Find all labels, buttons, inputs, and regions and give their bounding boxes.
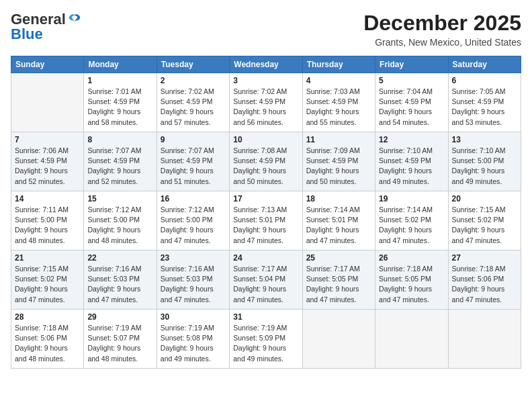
day-number: 21 <box>15 253 80 263</box>
day-info: Sunrise: 7:14 AMSunset: 5:02 PMDaylight:… <box>379 205 444 246</box>
calendar-cell <box>448 310 521 369</box>
day-number: 7 <box>15 135 80 144</box>
calendar-cell: 1Sunrise: 7:01 AMSunset: 4:59 PMDaylight… <box>84 73 157 132</box>
calendar-cell: 21Sunrise: 7:15 AMSunset: 5:02 PMDayligh… <box>11 250 84 310</box>
calendar-cell: 30Sunrise: 7:19 AMSunset: 5:08 PMDayligh… <box>157 310 229 369</box>
day-number: 6 <box>452 76 517 85</box>
header-thursday: Thursday <box>302 56 375 73</box>
day-number: 8 <box>87 135 152 144</box>
day-info: Sunrise: 7:07 AMSunset: 4:59 PMDaylight:… <box>87 146 152 187</box>
calendar-cell: 27Sunrise: 7:18 AMSunset: 5:06 PMDayligh… <box>448 250 521 310</box>
calendar-cell: 18Sunrise: 7:14 AMSunset: 5:01 PMDayligh… <box>302 191 375 250</box>
day-info: Sunrise: 7:18 AMSunset: 5:05 PMDaylight:… <box>379 264 444 305</box>
day-number: 5 <box>379 76 444 85</box>
day-info: Sunrise: 7:19 AMSunset: 5:09 PMDaylight:… <box>233 323 298 364</box>
day-number: 28 <box>15 312 80 322</box>
day-info: Sunrise: 7:18 AMSunset: 5:06 PMDaylight:… <box>15 323 80 364</box>
day-info: Sunrise: 7:16 AMSunset: 5:03 PMDaylight:… <box>87 264 152 305</box>
day-number: 13 <box>452 135 517 144</box>
calendar-cell: 8Sunrise: 7:07 AMSunset: 4:59 PMDaylight… <box>84 132 157 191</box>
header-sunday: Sunday <box>11 56 84 73</box>
day-info: Sunrise: 7:11 AMSunset: 5:00 PMDaylight:… <box>15 205 80 246</box>
calendar-cell: 14Sunrise: 7:11 AMSunset: 5:00 PMDayligh… <box>11 191 84 250</box>
calendar-cell: 13Sunrise: 7:10 AMSunset: 5:00 PMDayligh… <box>448 132 521 191</box>
day-info: Sunrise: 7:01 AMSunset: 4:59 PMDaylight:… <box>87 87 152 128</box>
calendar-cell: 20Sunrise: 7:15 AMSunset: 5:02 PMDayligh… <box>448 191 521 250</box>
day-info: Sunrise: 7:07 AMSunset: 4:59 PMDaylight:… <box>161 146 226 187</box>
day-info: Sunrise: 7:16 AMSunset: 5:03 PMDaylight:… <box>161 264 226 305</box>
day-number: 22 <box>87 253 152 263</box>
day-number: 15 <box>87 194 152 203</box>
day-info: Sunrise: 7:02 AMSunset: 4:59 PMDaylight:… <box>161 87 226 128</box>
day-number: 9 <box>161 135 226 144</box>
day-number: 11 <box>306 135 371 144</box>
logo-blue: Blue <box>11 26 43 43</box>
calendar-cell: 29Sunrise: 7:19 AMSunset: 5:07 PMDayligh… <box>84 310 157 369</box>
logo: General Blue <box>11 11 82 43</box>
calendar-week-row: 21Sunrise: 7:15 AMSunset: 5:02 PMDayligh… <box>11 250 521 310</box>
header-monday: Monday <box>84 56 157 73</box>
calendar-cell: 25Sunrise: 7:17 AMSunset: 5:05 PMDayligh… <box>302 250 375 310</box>
calendar-cell: 5Sunrise: 7:04 AMSunset: 4:59 PMDaylight… <box>375 73 448 132</box>
day-number: 4 <box>306 76 371 85</box>
day-info: Sunrise: 7:10 AMSunset: 5:00 PMDaylight:… <box>452 146 517 187</box>
day-number: 18 <box>306 194 371 203</box>
calendar-week-row: 1Sunrise: 7:01 AMSunset: 4:59 PMDaylight… <box>11 73 521 132</box>
calendar-cell: 7Sunrise: 7:06 AMSunset: 4:59 PMDaylight… <box>11 132 84 191</box>
day-info: Sunrise: 7:15 AMSunset: 5:02 PMDaylight:… <box>15 264 80 305</box>
logo-bird-icon <box>67 12 82 27</box>
day-info: Sunrise: 7:13 AMSunset: 5:01 PMDaylight:… <box>233 205 298 246</box>
day-number: 26 <box>379 253 444 263</box>
day-info: Sunrise: 7:04 AMSunset: 4:59 PMDaylight:… <box>379 87 444 128</box>
day-number: 25 <box>306 253 371 263</box>
day-number: 1 <box>87 76 152 85</box>
day-number: 3 <box>233 76 298 85</box>
month-title: December 2025 <box>363 11 521 36</box>
day-info: Sunrise: 7:19 AMSunset: 5:08 PMDaylight:… <box>161 323 226 364</box>
day-number: 19 <box>379 194 444 203</box>
day-number: 17 <box>233 194 298 203</box>
calendar-cell: 16Sunrise: 7:12 AMSunset: 5:00 PMDayligh… <box>157 191 229 250</box>
calendar-week-row: 7Sunrise: 7:06 AMSunset: 4:59 PMDaylight… <box>11 132 521 191</box>
day-info: Sunrise: 7:06 AMSunset: 4:59 PMDaylight:… <box>15 146 80 187</box>
day-number: 20 <box>452 194 517 203</box>
calendar-cell: 15Sunrise: 7:12 AMSunset: 5:00 PMDayligh… <box>84 191 157 250</box>
day-number: 2 <box>161 76 226 85</box>
header-tuesday: Tuesday <box>157 56 229 73</box>
calendar-cell: 11Sunrise: 7:09 AMSunset: 4:59 PMDayligh… <box>302 132 375 191</box>
day-number: 12 <box>379 135 444 144</box>
day-number: 14 <box>15 194 80 203</box>
day-info: Sunrise: 7:05 AMSunset: 4:59 PMDaylight:… <box>452 87 517 128</box>
calendar-cell: 28Sunrise: 7:18 AMSunset: 5:06 PMDayligh… <box>11 310 84 369</box>
location-subtitle: Grants, New Mexico, United States <box>363 37 521 48</box>
calendar-table: SundayMondayTuesdayWednesdayThursdayFrid… <box>11 56 521 369</box>
day-info: Sunrise: 7:12 AMSunset: 5:00 PMDaylight:… <box>87 205 152 246</box>
day-info: Sunrise: 7:02 AMSunset: 4:59 PMDaylight:… <box>233 87 298 128</box>
day-info: Sunrise: 7:17 AMSunset: 5:05 PMDaylight:… <box>306 264 371 305</box>
day-number: 29 <box>87 312 152 322</box>
calendar-cell: 19Sunrise: 7:14 AMSunset: 5:02 PMDayligh… <box>375 191 448 250</box>
day-info: Sunrise: 7:12 AMSunset: 5:00 PMDaylight:… <box>161 205 226 246</box>
header-friday: Friday <box>375 56 448 73</box>
calendar-cell: 23Sunrise: 7:16 AMSunset: 5:03 PMDayligh… <box>157 250 229 310</box>
day-number: 31 <box>233 312 298 322</box>
calendar-cell: 6Sunrise: 7:05 AMSunset: 4:59 PMDaylight… <box>448 73 521 132</box>
header-saturday: Saturday <box>448 56 521 73</box>
day-info: Sunrise: 7:15 AMSunset: 5:02 PMDaylight:… <box>452 205 517 246</box>
day-info: Sunrise: 7:18 AMSunset: 5:06 PMDaylight:… <box>452 264 517 305</box>
calendar-cell: 2Sunrise: 7:02 AMSunset: 4:59 PMDaylight… <box>157 73 229 132</box>
header-wednesday: Wednesday <box>230 56 302 73</box>
calendar-week-row: 14Sunrise: 7:11 AMSunset: 5:00 PMDayligh… <box>11 191 521 250</box>
day-info: Sunrise: 7:08 AMSunset: 4:59 PMDaylight:… <box>233 146 298 187</box>
title-area: December 2025 Grants, New Mexico, United… <box>363 11 521 48</box>
calendar-cell: 9Sunrise: 7:07 AMSunset: 4:59 PMDaylight… <box>157 132 229 191</box>
day-info: Sunrise: 7:17 AMSunset: 5:04 PMDaylight:… <box>233 264 298 305</box>
day-number: 23 <box>161 253 226 263</box>
calendar-cell: 10Sunrise: 7:08 AMSunset: 4:59 PMDayligh… <box>230 132 302 191</box>
day-number: 27 <box>452 253 517 263</box>
calendar-cell <box>302 310 375 369</box>
day-info: Sunrise: 7:10 AMSunset: 4:59 PMDaylight:… <box>379 146 444 187</box>
day-info: Sunrise: 7:19 AMSunset: 5:07 PMDaylight:… <box>87 323 152 364</box>
day-info: Sunrise: 7:09 AMSunset: 4:59 PMDaylight:… <box>306 146 371 187</box>
calendar-cell: 12Sunrise: 7:10 AMSunset: 4:59 PMDayligh… <box>375 132 448 191</box>
